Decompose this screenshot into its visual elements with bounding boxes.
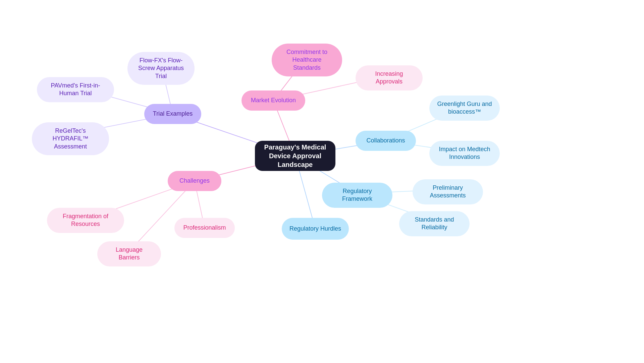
svg-line-12 — [129, 181, 195, 251]
node-greenlight[interactable]: Greenlight Guru and bioaccess™ — [429, 96, 500, 121]
node-impact-medtech[interactable]: Impact on Medtech Innovations — [429, 141, 500, 166]
node-regulatory-framework[interactable]: Regulatory Framework — [322, 183, 392, 208]
node-standards-reliability[interactable]: Standards and Reliability — [399, 211, 470, 236]
node-reGelTec[interactable]: ReGelTec's HYDRAFIL™ Assessment — [32, 122, 109, 155]
node-professionalism[interactable]: Professionalism — [174, 218, 235, 238]
node-collaborations[interactable]: Collaborations — [356, 131, 416, 151]
node-increasing-approvals[interactable]: Increasing Approvals — [356, 65, 423, 90]
center-node: Paraguay's Medical Device Approval Lands… — [255, 141, 335, 171]
node-fragmentation[interactable]: Fragmentation of Resources — [47, 208, 124, 233]
node-challenges[interactable]: Challenges — [168, 171, 221, 191]
node-regulatory-hurdles[interactable]: Regulatory Hurdles — [282, 218, 349, 240]
node-language-barriers[interactable]: Language Barriers — [97, 241, 161, 266]
mindmap-container: Paraguay's Medical Device Approval Lands… — [0, 0, 644, 363]
node-preliminary-assessments[interactable]: Preliminary Assessments — [413, 179, 483, 204]
node-trial-examples[interactable]: Trial Examples — [144, 104, 201, 124]
node-flow-fx[interactable]: Flow-FX's Flow-Screw Apparatus Trial — [127, 52, 195, 85]
node-pavmed[interactable]: PAVmed's First-in-Human Trial — [37, 77, 114, 102]
node-commitment[interactable]: Commitment to Healthcare Standards — [272, 44, 342, 76]
node-market-evolution[interactable]: Market Evolution — [241, 90, 305, 111]
